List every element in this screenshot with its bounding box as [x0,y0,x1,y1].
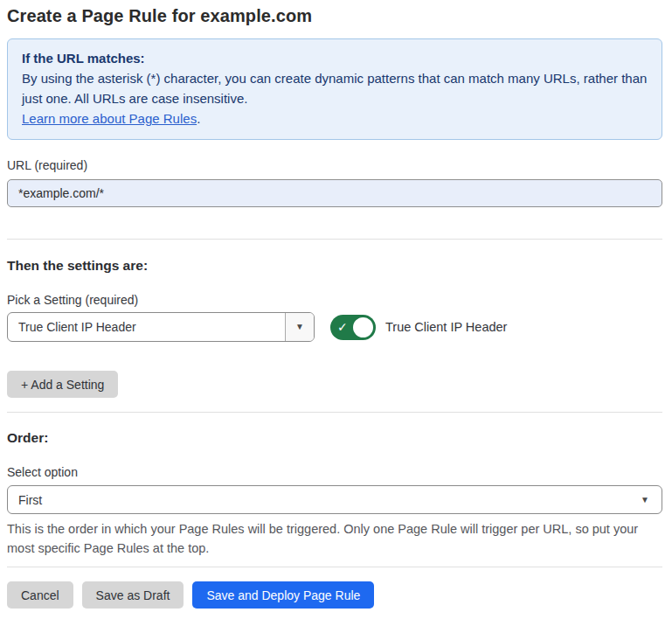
toggle-knob [351,316,375,339]
order-section-heading: Order: [7,430,662,446]
divider [7,567,662,567]
setting-toggle[interactable]: ✓ [330,315,376,340]
pick-setting-label: Pick a Setting (required) [7,293,662,307]
page-rule-form: Create a Page Rule for example.com If th… [0,0,672,609]
check-icon: ✓ [337,321,348,333]
setting-select-arrow-box: ▼ [285,313,314,341]
chevron-down-icon: ▼ [641,496,649,504]
info-box-link-line: Learn more about Page Rules. [22,108,648,129]
order-select[interactable]: First ▼ [7,485,662,514]
order-select-label: Select option [7,465,662,479]
toggle-label: True Client IP Header [385,320,507,334]
setting-select-value: True Client IP Header [8,313,285,341]
order-help-text: This is the order in which your Page Rul… [7,519,654,558]
learn-more-link[interactable]: Learn more about Page Rules [22,111,197,126]
setting-row: True Client IP Header ▼ ✓ True Client IP… [7,312,662,342]
save-draft-button[interactable]: Save as Draft [82,581,184,609]
cancel-button[interactable]: Cancel [7,581,73,609]
settings-section-heading: Then the settings are: [7,258,662,274]
divider [7,239,662,240]
url-match-info-box: If the URL matches: By using the asteris… [7,38,662,140]
info-box-heading: If the URL matches: [22,48,648,68]
divider [7,412,662,413]
add-setting-button[interactable]: + Add a Setting [7,371,118,398]
setting-select[interactable]: True Client IP Header ▼ [7,312,315,342]
chevron-down-icon: ▼ [295,323,304,331]
page-title: Create a Page Rule for example.com [7,6,662,26]
footer-buttons: Cancel Save as Draft Save and Deploy Pag… [7,581,662,609]
info-box-body: By using the asterisk (*) character, you… [22,68,648,108]
order-select-value: First [18,493,641,507]
url-label: URL (required) [7,158,662,172]
link-suffix: . [197,111,200,126]
url-input[interactable] [7,179,662,207]
save-deploy-button[interactable]: Save and Deploy Page Rule [192,581,374,609]
